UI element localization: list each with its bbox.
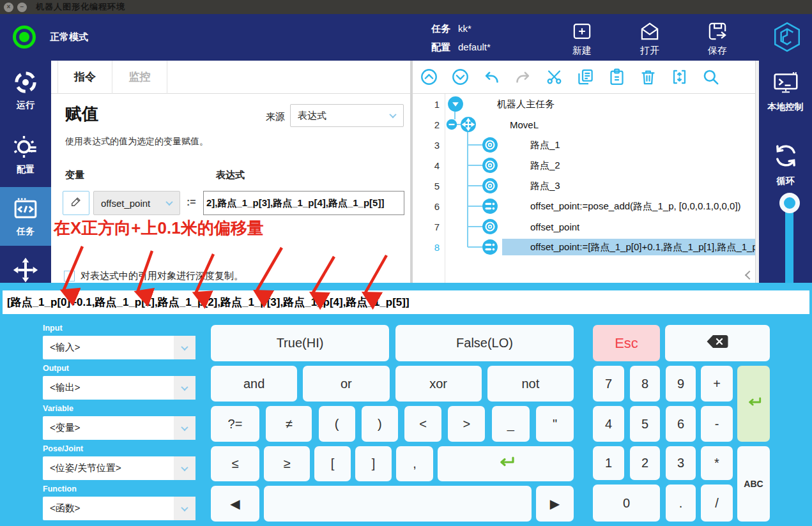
search-button[interactable] [702, 68, 719, 86]
key-star[interactable]: * [701, 446, 733, 480]
key-left-bracket[interactable]: [ [314, 446, 351, 481]
waypoint-icon [482, 137, 498, 156]
edit-variable-button[interactable] [63, 191, 89, 215]
tree-row-assign-selected[interactable]: 8 offset_point:=[路点_1_p[0]+0.1,路点_1_p[1]… [413, 237, 755, 257]
delete-button[interactable] [640, 68, 657, 86]
key-5[interactable]: 5 [630, 406, 660, 442]
key-underscore[interactable]: _ [492, 406, 530, 442]
copy-button[interactable] [577, 68, 594, 86]
key-0[interactable]: 0 [593, 485, 660, 522]
window-close-button[interactable]: × [4, 3, 13, 12]
chevron-down-icon [383, 105, 403, 126]
key-quote[interactable]: " [536, 406, 574, 442]
chevron-down-icon [174, 336, 195, 359]
tab-instruction[interactable]: 指令 [57, 61, 112, 94]
line-number: 3 [413, 140, 440, 151]
key-7[interactable]: 7 [593, 366, 624, 402]
window-minimize-button[interactable]: − [17, 3, 27, 12]
key-plus[interactable]: + [701, 366, 733, 402]
tree-row-assign-pose-add[interactable]: 6 offset_point:=pose_add(路点_1_p, [0,0,0.… [413, 196, 755, 216]
sidebar-item-config[interactable]: 配置 [0, 134, 51, 176]
key-numpad-enter[interactable] [737, 366, 770, 442]
key-enter[interactable] [438, 446, 574, 481]
key-6[interactable]: 6 [666, 406, 696, 442]
key-space[interactable] [264, 486, 532, 522]
key-greater-equal[interactable]: ≥ [264, 446, 310, 481]
tree-row-movel[interactable]: 2 MoveL [413, 114, 755, 135]
key-not-equal[interactable]: ≠ [266, 406, 312, 442]
key-cursor-right[interactable]: ▶ [536, 486, 574, 522]
deep-copy-checkbox[interactable] [64, 271, 75, 282]
key-9[interactable]: 9 [666, 366, 696, 402]
key-right-paren[interactable]: ) [362, 406, 398, 442]
speed-slider-handle[interactable] [779, 193, 800, 213]
variable-selector[interactable]: <变量> [43, 416, 195, 440]
movel-move-icon [460, 116, 477, 135]
key-2[interactable]: 2 [630, 446, 660, 480]
tree-row-waypoint2[interactable]: 4 路点_2 [413, 155, 755, 176]
input-selector[interactable]: <输入> [43, 336, 195, 359]
swap-button[interactable] [671, 68, 688, 86]
key-not[interactable]: not [487, 366, 574, 402]
redo-button[interactable] [514, 68, 532, 86]
tree-row-offset-point[interactable]: 7 offset_point [413, 216, 755, 237]
key-backspace[interactable] [665, 325, 770, 361]
key-question-equals[interactable]: ?= [211, 406, 259, 442]
expression-input[interactable]: 2],路点_1_p[3],路点_1_p[4],路点_1_p[5]] [203, 191, 404, 215]
undo-button[interactable] [483, 68, 500, 86]
sidebar-item-task[interactable]: 任务 [0, 187, 51, 246]
circle-arrow-down-icon [452, 68, 469, 86]
pencil-icon [70, 196, 82, 210]
tree-row-waypoint3[interactable]: 5 路点_3 [413, 176, 755, 196]
key-true-hi[interactable]: True(HI) [211, 325, 389, 361]
sidebar-item-loop[interactable]: 循环 [759, 142, 812, 187]
sidebar-item-run-label: 运行 [17, 100, 34, 111]
source-select[interactable]: 表达式 [290, 104, 404, 127]
output-selector[interactable]: <输出> [43, 376, 195, 400]
key-esc[interactable]: Esc [593, 325, 660, 361]
collapse-triangle-icon[interactable] [447, 96, 464, 115]
sidebar-item-local-control[interactable]: 本地控制 [759, 71, 812, 113]
function-selector[interactable]: <函数> [43, 497, 195, 520]
key-3[interactable]: 3 [666, 446, 696, 480]
open-button[interactable]: 打开 [627, 18, 673, 57]
variable-select[interactable]: offset_point [93, 191, 180, 215]
move-up-button[interactable] [420, 68, 438, 86]
tree-row-waypoint1[interactable]: 3 路点_1 [413, 135, 755, 155]
variable-select-value: offset_point [94, 198, 159, 209]
key-slash[interactable]: / [701, 485, 733, 522]
sidebar-item-move[interactable] [0, 257, 51, 283]
line-number: 6 [413, 201, 440, 212]
paste-button[interactable] [608, 68, 625, 86]
new-button[interactable]: 新建 [559, 18, 605, 57]
key-less-than[interactable]: < [404, 406, 441, 442]
key-minus[interactable]: - [701, 406, 733, 442]
line-number: 7 [413, 222, 440, 232]
key-cursor-left[interactable]: ◀ [211, 486, 259, 522]
save-button[interactable]: 保存 [694, 18, 740, 57]
key-false-lo[interactable]: False(LO) [395, 325, 574, 361]
key-abc[interactable]: ABC [737, 446, 770, 522]
key-left-paren[interactable]: ( [319, 406, 355, 442]
key-comma[interactable]: , [396, 446, 433, 481]
undo-icon [483, 68, 500, 86]
tree-row-main-task[interactable]: 1 机器人主任务 [413, 94, 755, 114]
collapse-minus-icon[interactable] [446, 119, 457, 133]
keyboard-expression-field[interactable]: [路点_1_p[0]+0.1,路点_1_p[1],路点_1_p[2],路点_1_… [3, 290, 809, 314]
tab-monitor[interactable]: 监控 [112, 61, 167, 94]
pose-joint-selector[interactable]: <位姿/关节位置> [43, 456, 195, 480]
task-config-info: 任务kk* 配置default* [431, 19, 491, 56]
key-xor[interactable]: xor [395, 366, 482, 402]
sidebar-item-run[interactable]: 运行 [0, 70, 51, 111]
key-8[interactable]: 8 [630, 366, 660, 402]
key-dot[interactable]: . [666, 485, 696, 522]
key-4[interactable]: 4 [593, 406, 624, 442]
key-and[interactable]: and [211, 366, 297, 402]
key-right-bracket[interactable]: ] [355, 446, 392, 481]
key-less-equal[interactable]: ≤ [211, 446, 259, 481]
move-down-button[interactable] [452, 68, 469, 86]
key-1[interactable]: 1 [593, 446, 624, 480]
key-greater-than[interactable]: > [448, 406, 485, 442]
cut-button[interactable] [546, 68, 563, 86]
key-or[interactable]: or [303, 366, 389, 402]
